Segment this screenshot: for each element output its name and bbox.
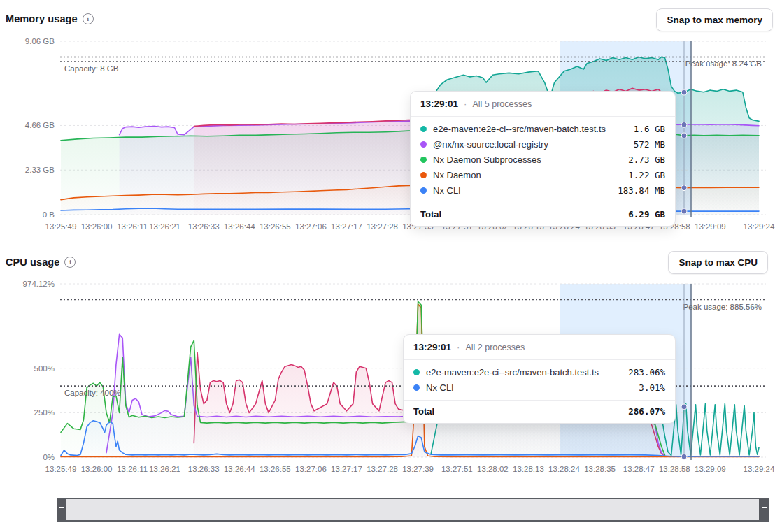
x-axis-tick-label: 13:26:00 bbox=[81, 465, 113, 473]
memory-info-icon[interactable]: i bbox=[83, 13, 94, 24]
memory-tooltip-total: Total 6.29 GB bbox=[411, 203, 675, 226]
x-axis-tick-label: 13:27:39 bbox=[402, 465, 434, 473]
series-color-dot-icon bbox=[420, 157, 427, 163]
x-axis-tick-label: 13:28:58 bbox=[659, 465, 690, 473]
x-axis-tick-label: 13:26:33 bbox=[188, 222, 220, 231]
x-axis-tick-label: 13:27:51 bbox=[441, 465, 473, 473]
tooltip-process-row: Nx Daemon Subprocesses2.73 GB bbox=[411, 152, 675, 167]
timeline-scrollbar[interactable] bbox=[57, 498, 769, 522]
x-axis-tick-label: 13:26:55 bbox=[260, 222, 291, 231]
snap-to-max-cpu-button[interactable]: Snap to max CPU bbox=[668, 251, 768, 274]
tooltip-process-row: e2e-maven:e2e-ci--src/maven-batch.test.t… bbox=[404, 364, 675, 380]
x-axis-tick-label: 13:26:44 bbox=[224, 222, 255, 231]
memory-tooltip: 13:29:01 · All 5 processes e2e-maven:e2e… bbox=[410, 91, 676, 227]
x-axis-tick-label: 13:28:02 bbox=[477, 465, 509, 473]
total-label: Total bbox=[413, 406, 628, 417]
x-axis-tick-label: 13:27:17 bbox=[331, 222, 362, 231]
x-axis-tick-label: 13:26:00 bbox=[81, 222, 113, 231]
tooltip-process-row: @nx/nx-source:local-registry572 MB bbox=[411, 136, 675, 152]
process-name: @nx/nx-source:local-registry bbox=[433, 139, 627, 150]
process-monitor-page: Memory usage i Snap to max memory 9.06 G… bbox=[0, 0, 782, 532]
series-color-dot-icon bbox=[420, 187, 427, 194]
cpu-tooltip-header: 13:29:01 · All 2 processes bbox=[404, 335, 675, 360]
process-value: 572 MB bbox=[634, 139, 665, 150]
hover-point-dot bbox=[681, 122, 687, 127]
x-axis-tick-label: 13:28:13 bbox=[513, 465, 544, 473]
series-color-dot-icon bbox=[420, 172, 427, 178]
cpu-section-header: CPU usage i bbox=[6, 257, 76, 268]
scrollbar-track[interactable] bbox=[66, 499, 759, 520]
cpu-title: CPU usage bbox=[6, 257, 59, 268]
x-axis-tick-label: 13:26:21 bbox=[149, 222, 180, 231]
tooltip-subtitle: All 5 processes bbox=[472, 99, 532, 109]
tooltip-time: 13:29:01 bbox=[413, 342, 451, 352]
x-axis-tick-label: 13:26:55 bbox=[260, 465, 291, 473]
process-name: Nx Daemon Subprocesses bbox=[433, 154, 622, 165]
y-axis-tick-label: 0% bbox=[43, 453, 55, 461]
process-value: 183.84 MB bbox=[618, 185, 665, 196]
x-axis-tick-label: 13:25:49 bbox=[45, 465, 77, 473]
x-axis-tick-label: 13:27:06 bbox=[295, 465, 327, 473]
total-label: Total bbox=[420, 209, 628, 220]
x-axis-tick-label: 13:28:24 bbox=[548, 465, 580, 473]
hover-point-dot bbox=[681, 185, 687, 191]
scrollbar-right-handle[interactable] bbox=[759, 499, 769, 520]
process-value: 2.73 GB bbox=[628, 154, 665, 165]
y-axis-tick-label: 0 B bbox=[43, 210, 55, 219]
hover-point-dot bbox=[681, 208, 687, 214]
y-axis-tick-label: 2.33 GB bbox=[25, 166, 55, 174]
x-axis-tick-label: 13:26:11 bbox=[117, 222, 148, 231]
x-axis-tick-label: 13:27:28 bbox=[367, 222, 398, 231]
x-axis-tick-label: 13:28:35 bbox=[584, 465, 616, 473]
memory-section-header: Memory usage i bbox=[6, 13, 94, 24]
tooltip-subtitle: All 2 processes bbox=[465, 343, 525, 352]
x-axis-tick-label: 13:27:17 bbox=[331, 465, 362, 473]
y-axis-tick-label: 9.06 GB bbox=[25, 37, 55, 45]
x-axis-tick-label: 13:26:11 bbox=[117, 465, 148, 473]
x-axis-tick-label: 13:26:21 bbox=[149, 465, 180, 473]
cpu-tooltip-rows: e2e-maven:e2e-ci--src/maven-batch.test.t… bbox=[404, 360, 675, 396]
x-axis-tick-label: 13:25:49 bbox=[45, 222, 77, 231]
memory-tooltip-header: 13:29:01 · All 5 processes bbox=[411, 92, 675, 117]
tooltip-process-row: Nx CLI3.01% bbox=[404, 380, 675, 395]
y-axis-tick-label: 500% bbox=[34, 364, 55, 373]
tooltip-process-row: e2e-maven:e2e-ci--src/maven-batch.test.t… bbox=[411, 121, 675, 136]
process-name: Nx Daemon bbox=[433, 170, 622, 180]
grip-icon bbox=[762, 507, 767, 512]
y-axis-tick-label: 250% bbox=[34, 408, 55, 417]
hover-point-dot bbox=[681, 89, 687, 95]
process-value: 1.22 GB bbox=[628, 170, 665, 180]
reference-line-label: Peak usage: 885.56% bbox=[683, 303, 762, 311]
process-value: 283.06% bbox=[628, 367, 665, 378]
x-axis-tick-label: 13:28:47 bbox=[623, 465, 655, 473]
total-value: 286.07% bbox=[628, 406, 665, 417]
series-color-dot-icon bbox=[413, 384, 420, 391]
tooltip-separator: · bbox=[457, 342, 460, 352]
tooltip-process-row: Nx CLI183.84 MB bbox=[411, 182, 675, 198]
hover-point-dot bbox=[681, 454, 687, 459]
tooltip-time: 13:29:01 bbox=[420, 99, 458, 109]
y-axis-tick-label: 4.66 GB bbox=[25, 121, 55, 129]
x-axis-tick-label: 13:26:44 bbox=[224, 465, 255, 473]
total-value: 6.29 GB bbox=[628, 209, 665, 220]
cpu-info-icon[interactable]: i bbox=[64, 257, 76, 268]
y-axis-tick-label: 974.12% bbox=[23, 280, 55, 288]
grip-icon bbox=[59, 507, 64, 512]
process-name: Nx CLI bbox=[433, 185, 611, 196]
x-axis-tick-label: 13:29:09 bbox=[695, 465, 726, 473]
series-color-dot-icon bbox=[420, 126, 427, 132]
tooltip-separator: · bbox=[464, 99, 467, 109]
scrollbar-left-handle[interactable] bbox=[57, 499, 66, 520]
x-axis-tick-label: 13:29:09 bbox=[695, 222, 726, 231]
series-color-dot-icon bbox=[420, 141, 427, 148]
process-name: e2e-maven:e2e-ci--src/maven-batch.test.t… bbox=[426, 367, 622, 378]
reference-line-label: Capacity: 8 GB bbox=[64, 64, 119, 73]
reference-line-label: Peak usage: 8.24 GB bbox=[685, 59, 762, 68]
x-axis-tick-label: 13:29:24 bbox=[744, 465, 775, 473]
hover-point-dot bbox=[681, 133, 687, 138]
process-value: 1.6 GB bbox=[634, 124, 665, 134]
memory-title: Memory usage bbox=[6, 13, 78, 24]
x-axis-tick-label: 13:26:33 bbox=[188, 465, 220, 473]
process-name: Nx CLI bbox=[426, 382, 632, 393]
snap-to-max-memory-button[interactable]: Snap to max memory bbox=[656, 8, 773, 31]
